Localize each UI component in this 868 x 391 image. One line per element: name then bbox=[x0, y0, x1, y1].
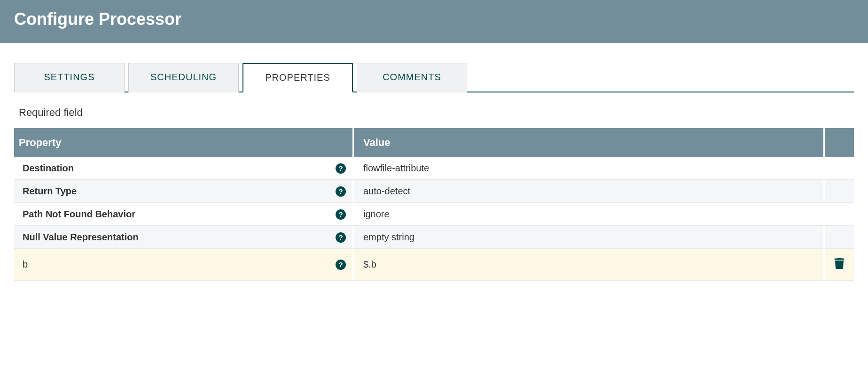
tab-settings[interactable]: SETTINGS bbox=[14, 63, 125, 92]
tab-properties[interactable]: PROPERTIES bbox=[242, 63, 353, 92]
property-name: Path Not Found Behavior bbox=[23, 209, 135, 220]
property-name: Null Value Representation bbox=[23, 232, 139, 243]
row-action bbox=[823, 249, 854, 280]
table-row[interactable]: Destination ? flowfile-attribute bbox=[14, 157, 854, 180]
row-action bbox=[823, 157, 854, 179]
property-name: b bbox=[23, 259, 28, 270]
help-icon[interactable]: ? bbox=[336, 260, 346, 270]
table-row[interactable]: Null Value Representation ? empty string bbox=[14, 226, 854, 249]
table-row[interactable]: b ? $.b bbox=[14, 249, 854, 281]
section-label: Required field bbox=[19, 107, 854, 119]
help-icon[interactable]: ? bbox=[336, 209, 346, 220]
help-icon[interactable]: ? bbox=[336, 186, 346, 197]
property-value[interactable]: flowfile-attribute bbox=[352, 157, 823, 179]
help-icon[interactable]: ? bbox=[336, 232, 346, 243]
dialog-title: Configure Processor bbox=[14, 9, 854, 29]
row-action bbox=[823, 180, 854, 202]
tab-comments[interactable]: COMMENTS bbox=[357, 63, 467, 92]
header-action bbox=[823, 128, 854, 157]
row-action bbox=[823, 226, 854, 248]
table-row[interactable]: Path Not Found Behavior ? ignore bbox=[14, 203, 854, 226]
property-value[interactable]: ignore bbox=[352, 203, 823, 225]
tabs-container: SETTINGS SCHEDULING PROPERTIES COMMENTS bbox=[14, 62, 854, 92]
property-name: Destination bbox=[23, 163, 74, 174]
dialog-header: Configure Processor bbox=[0, 0, 868, 43]
property-value[interactable]: empty string bbox=[352, 226, 823, 248]
table-body: Destination ? flowfile-attribute Return … bbox=[14, 157, 854, 281]
row-action bbox=[823, 203, 854, 225]
help-icon[interactable]: ? bbox=[336, 163, 346, 174]
header-value: Value bbox=[352, 128, 823, 157]
trash-icon[interactable] bbox=[834, 258, 845, 271]
property-name: Return Type bbox=[23, 186, 77, 197]
property-value[interactable]: auto-detect bbox=[352, 180, 823, 202]
property-value[interactable]: $.b bbox=[352, 249, 823, 280]
tab-scheduling[interactable]: SCHEDULING bbox=[128, 63, 239, 92]
header-property: Property bbox=[14, 128, 352, 157]
table-header: Property Value bbox=[14, 128, 854, 157]
dialog-content: SETTINGS SCHEDULING PROPERTIES COMMENTS … bbox=[0, 43, 868, 281]
table-row[interactable]: Return Type ? auto-detect bbox=[14, 180, 854, 203]
